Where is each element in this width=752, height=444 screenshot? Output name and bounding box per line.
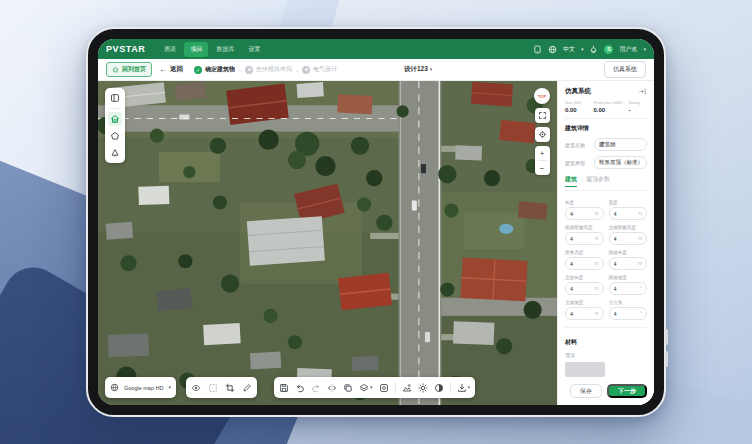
field-ridge-height-input[interactable]: 4m (565, 257, 604, 270)
nav-item-database[interactable]: 数据库 (210, 42, 240, 57)
top-navbar: PVSTAR 图表 项目 数据库 设置 中文 ▾ S 用 (98, 39, 654, 59)
roof-material-label: 屋顶 (565, 352, 647, 358)
field-north-slope-length-input[interactable]: 4m (565, 282, 604, 295)
field-south-slope-length-input[interactable]: 4m (609, 257, 648, 270)
redo-icon[interactable] (311, 383, 321, 393)
tablet-volume-button (665, 329, 668, 345)
app-logo: PVSTAR (106, 44, 145, 54)
tablet-device-frame: PVSTAR 图表 项目 数据库 设置 中文 ▾ S 用 (86, 27, 666, 417)
field-length-input[interactable]: 4m (565, 207, 604, 220)
map-edit-toolbar (186, 377, 257, 398)
provider-caret-icon: ▾ (168, 385, 171, 390)
building-type-select[interactable]: 鞍形屋顶（标准） (594, 156, 647, 169)
building-type-label: 建筑类型 (565, 160, 591, 166)
satellite-map[interactable] (98, 81, 557, 405)
tab-building[interactable]: 建筑 (565, 175, 577, 187)
stat-saving-value: - (628, 107, 647, 113)
field-south-slope-angle-input[interactable]: 4° (609, 282, 648, 295)
notification-bell-icon[interactable] (589, 45, 598, 54)
back-button[interactable]: ← 返回 (159, 65, 183, 74)
divider (565, 327, 647, 328)
language-globe-icon[interactable] (548, 45, 557, 54)
nav-item-projects[interactable]: 项目 (184, 42, 208, 57)
layers-icon[interactable]: ▾ (359, 383, 373, 393)
undo-icon[interactable] (295, 383, 305, 393)
zoom-out-button[interactable]: − (535, 161, 550, 175)
simulation-system-button[interactable]: 仿真系统 (604, 61, 646, 78)
flip-horizontal-icon[interactable] (327, 383, 337, 393)
visibility-eye-icon[interactable] (191, 383, 201, 393)
tree-tool-icon[interactable] (108, 146, 122, 160)
field-width-input[interactable]: 4m (609, 207, 648, 220)
step-pending-icon (245, 66, 253, 74)
map-provider-label: Google map HD (124, 385, 163, 391)
sun-icon[interactable] (418, 383, 428, 393)
back-home-button[interactable]: 回到首页 (106, 62, 152, 77)
crop-icon[interactable] (225, 383, 235, 393)
locate-button[interactable] (535, 127, 550, 142)
divider (565, 190, 647, 191)
nav-item-charts[interactable]: 图表 (158, 42, 182, 57)
field-south-eave-input[interactable]: 4m (565, 232, 604, 245)
contrast-icon[interactable] (434, 383, 444, 393)
divider (109, 108, 121, 109)
simulation-side-panel: 仿真系统 Size (kW) 0.00 Production (kWh) 0.0… (557, 81, 654, 405)
tab-roof-params[interactable]: 屋顶参数 (586, 175, 610, 187)
field-north-slope-angle-input[interactable]: 4m (565, 307, 604, 320)
design-name-label: 设计123 (404, 65, 428, 74)
field-north-eave-input[interactable]: 4m (609, 232, 648, 245)
user-avatar[interactable]: S (604, 45, 613, 54)
step-define-building[interactable]: ✓ 确定建筑物 (194, 65, 235, 74)
map-provider-selector[interactable]: Google map HD ▾ (105, 377, 176, 398)
user-name-label[interactable]: 用户名 (619, 45, 637, 54)
download-icon[interactable]: ▾ (457, 383, 471, 393)
zoom-control: + − (535, 146, 550, 175)
step-check-icon: ✓ (194, 66, 202, 74)
step-pending-icon (302, 66, 310, 74)
copy-icon[interactable] (343, 383, 353, 393)
design-name-dropdown[interactable]: 设计123 ▾ (404, 65, 432, 74)
marquee-select-icon[interactable] (208, 383, 218, 393)
fullscreen-button[interactable] (535, 108, 550, 123)
stat-production-value: 0.00 (593, 107, 626, 113)
divider (565, 118, 647, 119)
building-name-input[interactable]: 建筑物 (594, 138, 647, 151)
building-tool-icon[interactable] (108, 112, 122, 126)
step-pv-layout[interactable]: 光伏模块布局 (245, 65, 292, 74)
material-section-title: 材料 (565, 338, 647, 347)
field-azimuth-input[interactable]: 4° (609, 307, 648, 320)
back-label: 返回 (170, 65, 183, 74)
device-icon[interactable] (533, 45, 542, 54)
collapse-panel-icon[interactable] (638, 87, 647, 96)
building-name-label: 建筑名称 (565, 142, 591, 148)
field-length: 长度 4m (565, 200, 604, 220)
save-button[interactable]: 保存 (570, 384, 602, 398)
roof-material-swatch[interactable] (565, 362, 605, 377)
pencil-edit-icon[interactable] (242, 383, 252, 393)
map-left-toolbar (105, 88, 125, 163)
language-caret-icon[interactable]: ▾ (581, 47, 584, 52)
polygon-tool-icon[interactable] (108, 129, 122, 143)
map-main-toolbar: ▾ (274, 377, 475, 398)
compass-top-button[interactable]: TOP (534, 88, 550, 104)
zoom-in-button[interactable]: + (535, 146, 550, 160)
field-north-slope-length: 北坡长度 4m (565, 275, 604, 295)
user-menu-caret-icon[interactable]: ▾ (643, 47, 646, 52)
save-icon[interactable] (279, 383, 289, 393)
step-electrical-design[interactable]: 电气设计 (302, 65, 337, 74)
panel-tabs: 建筑 屋顶参数 (565, 175, 647, 187)
stat-saving-label: Saving (628, 101, 647, 105)
layers-panel-icon[interactable] (108, 91, 122, 105)
building-fields: 长度 4m 宽度 4m 南侧屋檐高度 4m 北侧屋檐高度 4m (565, 200, 647, 320)
download-caret-icon: ▾ (468, 385, 471, 390)
map-viewport[interactable]: TOP + − (98, 81, 557, 405)
chevron-right-icon: › (239, 67, 241, 73)
globe-icon (110, 383, 119, 392)
field-north-slope-angle: 北坡坡度 4m (565, 300, 604, 320)
capture-target-icon[interactable] (379, 383, 389, 393)
language-label[interactable]: 中文 (563, 45, 575, 54)
stat-size-label: Size (kW) (565, 101, 591, 105)
nav-item-settings[interactable]: 设置 (242, 42, 266, 57)
shading-icon[interactable] (402, 383, 412, 393)
next-step-button[interactable]: 下一步 (607, 384, 647, 398)
